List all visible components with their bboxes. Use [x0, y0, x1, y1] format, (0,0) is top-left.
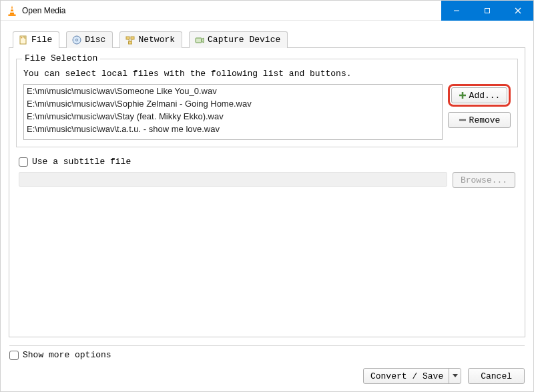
button-label: Convert / Save: [370, 371, 449, 381]
svg-rect-14: [129, 41, 132, 44]
disc-icon: [72, 35, 81, 45]
svg-marker-0: [10, 5, 15, 15]
help-text: You can select local files with the foll…: [23, 69, 511, 79]
tab-network[interactable]: Network: [119, 31, 182, 48]
tab-file[interactable]: File: [13, 31, 59, 48]
tab-label: Network: [138, 35, 175, 45]
file-icon: [19, 35, 28, 45]
vlc-cone-icon: [6, 5, 18, 17]
capture-icon: [195, 35, 204, 45]
tab-capture-device[interactable]: Capture Device: [189, 31, 288, 48]
tabs: File Disc Network Capture Device: [13, 31, 525, 48]
button-label: Cancel: [481, 371, 512, 381]
window-title: Open Media: [22, 6, 441, 15]
tab-disc[interactable]: Disc: [66, 31, 113, 48]
list-item[interactable]: E:\mι\music\music\wav\t.a.t.u. - show me…: [24, 123, 442, 135]
cancel-button[interactable]: Cancel: [468, 368, 525, 384]
button-label: Remove: [469, 115, 501, 125]
chevron-down-icon: [453, 374, 458, 378]
subtitle-checkbox[interactable]: [19, 157, 28, 167]
footer: Show more options Convert / Save Cancel: [0, 345, 534, 392]
svg-rect-3: [10, 11, 14, 13]
subtitle-checkbox-label: Use a subtitle file: [32, 157, 131, 167]
subtitle-checkbox-row[interactable]: Use a subtitle file: [16, 157, 518, 167]
svg-marker-22: [453, 374, 458, 377]
file-list[interactable]: E:\mι\music\music\wav\Someone Like You_0…: [23, 84, 443, 140]
add-button[interactable]: Add...: [451, 87, 507, 103]
show-more-checkbox[interactable]: [9, 351, 19, 360]
close-button[interactable]: [503, 1, 533, 21]
minimize-button[interactable]: [441, 1, 472, 21]
button-label: Browse...: [461, 175, 507, 185]
tab-label: Disc: [85, 35, 105, 45]
tab-label: Capture Device: [208, 35, 280, 45]
highlight-annotation: Add...: [448, 84, 511, 107]
browse-button: Browse...: [453, 172, 515, 188]
list-item[interactable]: E:\mι\music\music\wav\Sophie Zelmani - G…: [24, 97, 442, 110]
file-selection-group: File Selection You can select local file…: [16, 59, 518, 147]
show-more-options-row[interactable]: Show more options: [9, 350, 525, 360]
tab-label: File: [31, 35, 52, 45]
plus-icon: [459, 91, 467, 99]
svg-rect-17: [196, 38, 202, 43]
titlebar: Open Media: [1, 1, 533, 21]
svg-rect-2: [11, 8, 14, 9]
network-icon: [125, 35, 135, 45]
show-more-label: Show more options: [23, 350, 111, 360]
window-controls: [441, 1, 533, 20]
group-title: File Selection: [22, 53, 100, 63]
convert-dropdown-toggle[interactable]: [449, 369, 461, 383]
svg-point-11: [76, 39, 78, 41]
remove-button[interactable]: Remove: [448, 112, 511, 128]
svg-rect-12: [126, 37, 129, 39]
divider: [9, 345, 525, 346]
svg-rect-1: [8, 14, 15, 15]
list-item[interactable]: E:\mι\music\music\wav\Someone Like You_0…: [24, 85, 442, 97]
convert-save-button[interactable]: Convert / Save: [363, 368, 461, 384]
svg-rect-5: [485, 9, 490, 13]
svg-point-9: [21, 37, 23, 38]
svg-rect-8: [20, 36, 26, 44]
minus-icon: [459, 116, 467, 124]
button-label: Add...: [469, 91, 501, 101]
svg-rect-13: [131, 37, 134, 39]
maximize-button[interactable]: [472, 1, 503, 21]
subtitle-path-field: [19, 172, 447, 187]
tab-panel-file: File Selection You can select local file…: [9, 47, 525, 337]
list-item[interactable]: E:\mι\music\music\wav\Stay (feat. Mikky …: [24, 110, 442, 123]
